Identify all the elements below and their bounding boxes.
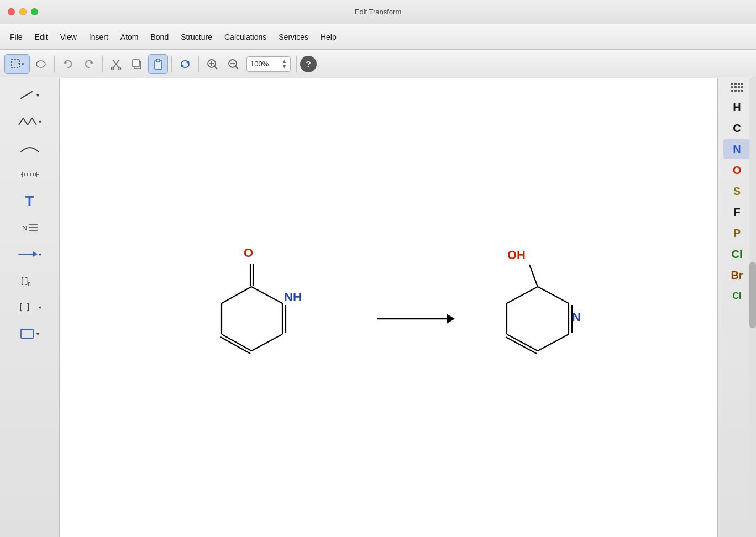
chain-dropdown-icon: ▾ — [39, 119, 41, 125]
svg-text:n: n — [28, 281, 31, 287]
element-F[interactable]: F — [723, 202, 751, 222]
svg-line-60 — [538, 287, 569, 303]
undo-icon — [62, 59, 74, 70]
chain-icon — [18, 116, 38, 127]
menu-help[interactable]: Help — [315, 30, 342, 44]
bracket-sub-tool-button[interactable]: [ ] n — [8, 268, 52, 293]
zoom-selector[interactable]: 100% ▲ ▼ — [246, 56, 291, 72]
window-controls — [8, 8, 38, 15]
paste-button[interactable] — [148, 54, 168, 74]
scrollbar-thumb[interactable] — [749, 262, 756, 328]
canvas-area[interactable]: O — [60, 78, 717, 537]
right-scrollbar[interactable] — [749, 78, 756, 537]
menu-atom[interactable]: Atom — [115, 30, 144, 44]
bond-dropdown-icon: ▾ — [36, 92, 39, 98]
cut-button[interactable] — [106, 54, 126, 74]
chain-tool-button[interactable]: ▾ — [8, 109, 52, 134]
minimize-button[interactable] — [19, 8, 27, 15]
zoom-level-text: 100% — [250, 60, 269, 68]
zoom-in-button[interactable] — [202, 54, 222, 74]
element-S[interactable]: S — [723, 181, 751, 201]
copy-button[interactable] — [127, 54, 147, 74]
svg-rect-12 — [156, 59, 160, 62]
copy-icon — [131, 58, 143, 70]
sep5 — [296, 56, 297, 72]
zoom-stepper[interactable]: ▲ ▼ — [282, 59, 287, 69]
svg-line-64 — [507, 334, 538, 351]
element-Cl2[interactable]: Cl — [723, 286, 751, 306]
menu-edit[interactable]: Edit — [29, 30, 54, 44]
select-icon — [11, 59, 22, 70]
paste-icon — [152, 58, 164, 70]
element-H[interactable]: H — [723, 97, 751, 117]
svg-text:N: N — [572, 310, 581, 324]
lasso-tool-button[interactable] — [31, 54, 51, 74]
svg-rect-10 — [133, 60, 139, 67]
help-icon: ? — [306, 59, 311, 69]
svg-point-2 — [36, 61, 45, 67]
rotate-button[interactable] — [175, 54, 195, 74]
reaction-svg: O — [140, 170, 637, 446]
shape-tool-button[interactable]: ▾ — [8, 322, 52, 346]
arrow-tool-button[interactable]: ▾ — [8, 242, 52, 266]
zoom-out-button[interactable] — [223, 54, 243, 74]
ruler-tool-button[interactable] — [8, 162, 52, 187]
close-button[interactable] — [8, 8, 15, 15]
undo-button[interactable] — [58, 54, 78, 74]
element-Br[interactable]: Br — [723, 265, 751, 285]
svg-text:N: N — [22, 224, 28, 232]
redo-button[interactable] — [79, 54, 99, 74]
svg-line-63 — [538, 334, 569, 351]
element-C[interactable]: C — [723, 118, 751, 138]
svg-line-52 — [221, 337, 250, 354]
svg-line-58 — [529, 265, 538, 287]
svg-line-54 — [222, 287, 251, 303]
periodic-table-icon — [731, 83, 743, 92]
svg-line-50 — [251, 334, 282, 351]
numbering-icon: N — [21, 222, 39, 233]
menu-file[interactable]: File — [4, 30, 28, 44]
sep3 — [171, 56, 172, 72]
right-panel: H C N O S F P Cl Br Cl — [717, 78, 756, 537]
maximize-button[interactable] — [31, 8, 38, 15]
sep2 — [102, 56, 103, 72]
zoom-out-icon — [227, 58, 239, 70]
periodic-table-button[interactable] — [731, 83, 743, 92]
element-Cl[interactable]: Cl — [723, 244, 751, 264]
text-tool-button[interactable]: T — [8, 189, 52, 213]
sep1 — [54, 56, 55, 72]
text-icon: T — [25, 193, 34, 210]
svg-marker-37 — [33, 251, 38, 257]
svg-rect-43 — [21, 329, 33, 338]
help-button[interactable]: ? — [300, 56, 317, 72]
select-tool-button[interactable]: ▾ — [4, 54, 30, 74]
menu-services[interactable]: Services — [273, 30, 314, 44]
svg-line-67 — [507, 287, 538, 303]
element-N[interactable]: N — [723, 139, 751, 159]
menu-structure[interactable]: Structure — [175, 30, 218, 44]
svg-line-51 — [222, 334, 251, 351]
left-toolbar: ▾ ▾ — [0, 78, 60, 537]
arc-tool-button[interactable] — [8, 136, 52, 160]
svg-marker-57 — [447, 314, 455, 324]
redo-icon — [83, 59, 95, 70]
numbering-tool-button[interactable]: N — [8, 215, 52, 240]
menu-bond[interactable]: Bond — [145, 30, 174, 44]
bond-tool-button[interactable]: ▾ — [8, 83, 52, 107]
svg-text:OH: OH — [507, 248, 526, 262]
svg-line-22 — [21, 92, 32, 98]
bracket-dropdown-icon: ▾ — [39, 304, 41, 310]
bracket-tool-button[interactable]: [ ] ▾ — [8, 295, 52, 319]
svg-line-65 — [506, 337, 537, 354]
element-P[interactable]: P — [723, 223, 751, 243]
toolbar: ▾ — [0, 50, 756, 78]
menu-insert[interactable]: Insert — [83, 30, 114, 44]
element-O[interactable]: O — [723, 160, 751, 180]
shape-icon — [20, 328, 35, 340]
menu-view[interactable]: View — [55, 30, 82, 44]
svg-text:[: [ — [18, 302, 24, 312]
svg-text:NH: NH — [284, 290, 302, 304]
svg-text:O: O — [244, 246, 253, 260]
svg-rect-0 — [12, 60, 19, 67]
menu-calculations[interactable]: Calculations — [219, 30, 272, 44]
